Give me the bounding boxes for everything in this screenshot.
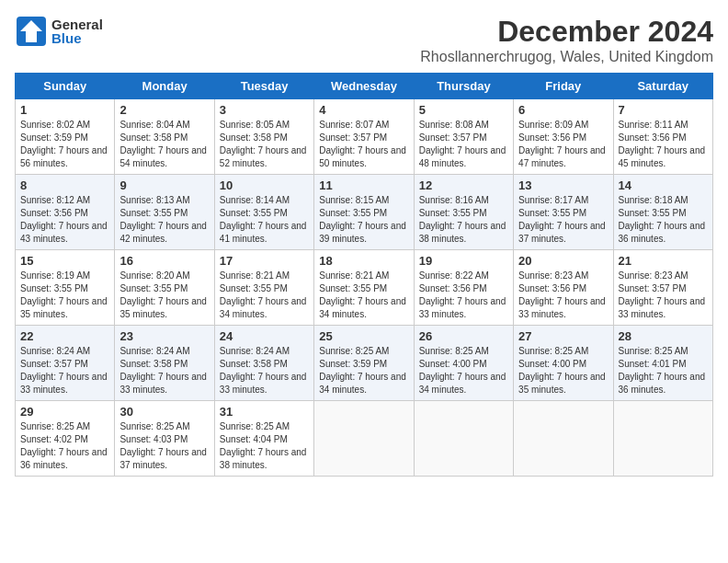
day-detail: Sunrise: 8:13 AMSunset: 3:55 PMDaylight:… (119, 194, 209, 246)
day-detail: Sunrise: 8:05 AMSunset: 3:58 PMDaylight:… (220, 119, 309, 170)
calendar-day-header: Saturday (613, 74, 712, 99)
calendar-day-cell: 3Sunrise: 8:05 AMSunset: 3:58 PMDaylight… (214, 99, 313, 175)
calendar-day-cell (514, 401, 613, 477)
day-detail: Sunrise: 8:22 AMSunset: 3:56 PMDaylight:… (419, 270, 508, 321)
day-detail: Sunrise: 8:25 AMSunset: 4:04 PMDaylight:… (220, 420, 309, 472)
day-number: 24 (220, 329, 309, 343)
day-detail: Sunrise: 8:23 AMSunset: 3:57 PMDaylight:… (619, 270, 708, 321)
calendar-week-row: 29Sunrise: 8:25 AMSunset: 4:02 PMDayligh… (16, 401, 713, 477)
calendar-day-cell: 8Sunrise: 8:12 AMSunset: 3:56 PMDaylight… (16, 175, 115, 250)
day-detail: Sunrise: 8:09 AMSunset: 3:56 PMDaylight:… (518, 119, 608, 170)
day-number: 31 (220, 405, 309, 419)
day-number: 29 (20, 405, 109, 419)
day-number: 6 (518, 103, 608, 117)
logo-text-area: General Blue (51, 17, 103, 45)
day-number: 23 (119, 329, 209, 343)
calendar-day-cell: 11Sunrise: 8:15 AMSunset: 3:55 PMDayligh… (314, 175, 414, 250)
day-number: 11 (319, 178, 408, 192)
day-detail: Sunrise: 8:21 AMSunset: 3:55 PMDaylight:… (319, 270, 408, 321)
day-number: 18 (319, 254, 408, 268)
calendar-day-cell: 17Sunrise: 8:21 AMSunset: 3:55 PMDayligh… (214, 250, 313, 326)
day-number: 16 (119, 254, 209, 268)
day-number: 3 (220, 103, 309, 117)
calendar-day-cell: 24Sunrise: 8:24 AMSunset: 3:58 PMDayligh… (214, 326, 313, 401)
calendar-day-cell (314, 401, 414, 477)
calendar-day-cell: 20Sunrise: 8:23 AMSunset: 3:56 PMDayligh… (514, 250, 613, 326)
calendar-week-row: 15Sunrise: 8:19 AMSunset: 3:55 PMDayligh… (16, 250, 713, 326)
calendar-header-row: SundayMondayTuesdayWednesdayThursdayFrid… (16, 74, 713, 99)
calendar-day-cell: 13Sunrise: 8:17 AMSunset: 3:55 PMDayligh… (514, 175, 613, 250)
day-detail: Sunrise: 8:11 AMSunset: 3:56 PMDaylight:… (619, 119, 708, 170)
calendar-day-cell: 28Sunrise: 8:25 AMSunset: 4:01 PMDayligh… (613, 326, 712, 401)
calendar-day-header: Monday (115, 74, 214, 99)
calendar-week-row: 8Sunrise: 8:12 AMSunset: 3:56 PMDaylight… (16, 175, 713, 250)
calendar-day-cell: 29Sunrise: 8:25 AMSunset: 4:02 PMDayligh… (16, 401, 115, 477)
calendar-week-row: 22Sunrise: 8:24 AMSunset: 3:57 PMDayligh… (16, 326, 713, 401)
calendar-day-cell: 15Sunrise: 8:19 AMSunset: 3:55 PMDayligh… (16, 250, 115, 326)
day-number: 27 (518, 329, 608, 343)
day-detail: Sunrise: 8:25 AMSunset: 4:03 PMDaylight:… (119, 420, 209, 472)
day-detail: Sunrise: 8:20 AMSunset: 3:55 PMDaylight:… (119, 270, 209, 321)
day-number: 10 (220, 178, 309, 192)
calendar-day-cell: 27Sunrise: 8:25 AMSunset: 4:00 PMDayligh… (514, 326, 613, 401)
day-number: 2 (119, 103, 209, 117)
calendar-day-cell: 5Sunrise: 8:08 AMSunset: 3:57 PMDaylight… (414, 99, 513, 175)
day-number: 13 (518, 178, 608, 192)
calendar-day-cell: 9Sunrise: 8:13 AMSunset: 3:55 PMDaylight… (115, 175, 214, 250)
day-number: 4 (319, 103, 408, 117)
day-detail: Sunrise: 8:21 AMSunset: 3:55 PMDaylight:… (220, 270, 309, 321)
day-detail: Sunrise: 8:25 AMSunset: 3:59 PMDaylight:… (319, 345, 408, 396)
day-detail: Sunrise: 8:25 AMSunset: 4:02 PMDaylight:… (20, 420, 109, 472)
calendar-day-cell: 4Sunrise: 8:07 AMSunset: 3:57 PMDaylight… (314, 99, 414, 175)
title-area: December 2024 Rhosllannerchrugog, Wales,… (420, 15, 713, 65)
day-number: 15 (20, 254, 109, 268)
day-number: 21 (619, 254, 708, 268)
day-detail: Sunrise: 8:17 AMSunset: 3:55 PMDaylight:… (518, 194, 608, 246)
day-detail: Sunrise: 8:25 AMSunset: 4:00 PMDaylight:… (518, 345, 608, 396)
day-detail: Sunrise: 8:15 AMSunset: 3:55 PMDaylight:… (319, 194, 408, 246)
logo-general: General (51, 17, 103, 31)
calendar-day-cell: 14Sunrise: 8:18 AMSunset: 3:55 PMDayligh… (613, 175, 712, 250)
header: General Blue December 2024 Rhosllannerch… (15, 15, 713, 65)
calendar-day-header: Thursday (414, 74, 513, 99)
calendar-day-cell: 2Sunrise: 8:04 AMSunset: 3:58 PMDaylight… (115, 99, 214, 175)
day-detail: Sunrise: 8:18 AMSunset: 3:55 PMDaylight:… (619, 194, 708, 246)
main-title: December 2024 (420, 15, 713, 49)
calendar-day-cell: 16Sunrise: 8:20 AMSunset: 3:55 PMDayligh… (115, 250, 214, 326)
calendar-day-cell: 6Sunrise: 8:09 AMSunset: 3:56 PMDaylight… (514, 99, 613, 175)
day-detail: Sunrise: 8:12 AMSunset: 3:56 PMDaylight:… (20, 194, 109, 246)
calendar-day-cell: 22Sunrise: 8:24 AMSunset: 3:57 PMDayligh… (16, 326, 115, 401)
logo-icon (15, 15, 48, 48)
day-detail: Sunrise: 8:25 AMSunset: 4:01 PMDaylight:… (619, 345, 708, 396)
day-number: 22 (20, 329, 109, 343)
calendar-day-cell: 7Sunrise: 8:11 AMSunset: 3:56 PMDaylight… (613, 99, 712, 175)
day-detail: Sunrise: 8:24 AMSunset: 3:58 PMDaylight:… (220, 345, 309, 396)
day-number: 28 (619, 329, 708, 343)
calendar-day-cell (414, 401, 513, 477)
day-number: 5 (419, 103, 508, 117)
day-number: 9 (119, 178, 209, 192)
day-number: 17 (220, 254, 309, 268)
calendar-day-cell: 26Sunrise: 8:25 AMSunset: 4:00 PMDayligh… (414, 326, 513, 401)
calendar-day-cell: 1Sunrise: 8:02 AMSunset: 3:59 PMDaylight… (16, 99, 115, 175)
day-detail: Sunrise: 8:25 AMSunset: 4:00 PMDaylight:… (419, 345, 508, 396)
calendar-day-header: Friday (514, 74, 613, 99)
calendar-day-cell (613, 401, 712, 477)
day-detail: Sunrise: 8:04 AMSunset: 3:58 PMDaylight:… (119, 119, 209, 170)
calendar-day-cell: 19Sunrise: 8:22 AMSunset: 3:56 PMDayligh… (414, 250, 513, 326)
calendar-day-cell: 12Sunrise: 8:16 AMSunset: 3:55 PMDayligh… (414, 175, 513, 250)
calendar-day-cell: 25Sunrise: 8:25 AMSunset: 3:59 PMDayligh… (314, 326, 414, 401)
day-number: 7 (619, 103, 708, 117)
calendar-day-cell: 30Sunrise: 8:25 AMSunset: 4:03 PMDayligh… (115, 401, 214, 477)
day-number: 26 (419, 329, 508, 343)
day-number: 1 (20, 103, 109, 117)
logo: General Blue (15, 15, 103, 48)
day-detail: Sunrise: 8:14 AMSunset: 3:55 PMDaylight:… (220, 194, 309, 246)
calendar-week-row: 1Sunrise: 8:02 AMSunset: 3:59 PMDaylight… (16, 99, 713, 175)
calendar-day-cell: 23Sunrise: 8:24 AMSunset: 3:58 PMDayligh… (115, 326, 214, 401)
day-detail: Sunrise: 8:02 AMSunset: 3:59 PMDaylight:… (20, 119, 109, 170)
calendar-day-cell: 10Sunrise: 8:14 AMSunset: 3:55 PMDayligh… (214, 175, 313, 250)
day-detail: Sunrise: 8:24 AMSunset: 3:57 PMDaylight:… (20, 345, 109, 396)
day-number: 30 (119, 405, 209, 419)
calendar-day-cell: 18Sunrise: 8:21 AMSunset: 3:55 PMDayligh… (314, 250, 414, 326)
